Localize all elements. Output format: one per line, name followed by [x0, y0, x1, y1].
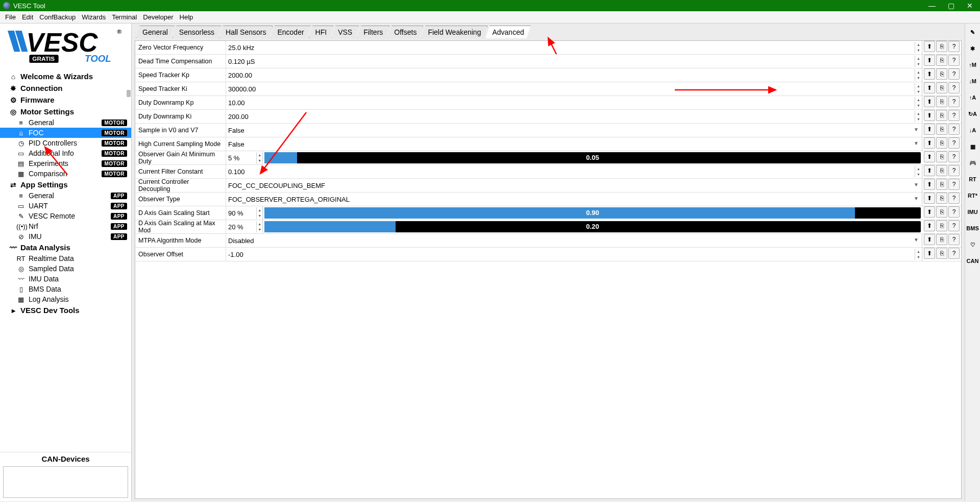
value-input[interactable]: ▲▼: [226, 96, 922, 109]
upload-icon[interactable]: ⬆: [924, 151, 935, 162]
upload-icon[interactable]: ⬆: [924, 68, 935, 80]
item-experiments[interactable]: ▤ExperimentsMOTOR: [0, 158, 131, 169]
rtool-a[interactable]: ↻A: [967, 108, 978, 119]
value-select[interactable]: FOC_CC_DECOUPLING_BEMF▼: [226, 179, 922, 192]
rtool-imu[interactable]: IMU: [967, 206, 978, 218]
menu-developer[interactable]: Developer: [143, 13, 173, 21]
rtool-[interactable]: ✎: [967, 27, 978, 38]
upload-icon[interactable]: ⬆: [924, 165, 935, 176]
tab-filters[interactable]: Filters: [357, 26, 389, 38]
tab-field-weakening[interactable]: Field Weakening: [421, 26, 487, 38]
read-icon[interactable]: ⎘: [936, 55, 947, 66]
menu-confbackup[interactable]: ConfBackup: [39, 13, 76, 21]
slider[interactable]: 0.90: [264, 207, 921, 219]
item-uart[interactable]: ▭UARTAPP: [0, 201, 131, 211]
help-icon[interactable]: ?: [948, 124, 960, 135]
spinbox[interactable]: ▲▼: [915, 56, 922, 67]
help-icon[interactable]: ?: [948, 96, 960, 107]
spinbox[interactable]: ▲▼: [915, 42, 922, 53]
read-icon[interactable]: ⎘: [936, 248, 947, 259]
help-icon[interactable]: ?: [948, 248, 960, 259]
read-icon[interactable]: ⎘: [936, 41, 947, 52]
tab-hall-sensors[interactable]: Hall Sensors: [219, 26, 273, 38]
read-icon[interactable]: ⎘: [936, 96, 947, 107]
maximize-button[interactable]: ▢: [948, 2, 954, 10]
read-icon[interactable]: ⎘: [936, 137, 947, 149]
upload-icon[interactable]: ⬆: [924, 248, 935, 259]
value-select[interactable]: False▼: [226, 124, 922, 137]
item-bms-data[interactable]: ▯BMS Data: [0, 284, 131, 294]
rtool-rt[interactable]: RT: [967, 174, 978, 185]
help-icon[interactable]: ?: [948, 151, 960, 162]
spinbox[interactable]: ▲▼: [915, 97, 922, 108]
value-input[interactable]: ▲▼: [226, 41, 922, 54]
tab-vss[interactable]: VSS: [331, 26, 359, 38]
menu-file[interactable]: File: [5, 13, 16, 21]
tab-general[interactable]: General: [136, 26, 175, 38]
spinbox[interactable]: ▲▼: [915, 69, 922, 81]
read-icon[interactable]: ⎘: [936, 124, 947, 135]
item-foc[interactable]: ⩍FOCMOTOR: [0, 128, 131, 138]
upload-icon[interactable]: ⬆: [924, 220, 935, 231]
menu-terminal[interactable]: Terminal: [112, 13, 137, 21]
spinbox[interactable]: ▲▼: [915, 249, 922, 260]
help-icon[interactable]: ?: [948, 41, 960, 52]
upload-icon[interactable]: ⬆: [924, 179, 935, 190]
rtool-rt[interactable]: RT*: [967, 190, 978, 201]
item-sampled-data[interactable]: ◎Sampled Data: [0, 264, 131, 274]
menu-edit[interactable]: Edit: [22, 13, 33, 21]
help-icon[interactable]: ?: [948, 179, 960, 190]
upload-icon[interactable]: ⬆: [924, 110, 935, 121]
read-icon[interactable]: ⎘: [936, 193, 947, 204]
rtool-can[interactable]: CAN: [967, 255, 978, 267]
help-icon[interactable]: ?: [948, 193, 960, 204]
item-vesc-remote[interactable]: ✎VESC RemoteAPP: [0, 211, 131, 221]
value-input[interactable]: ▲▼: [226, 55, 922, 68]
value-input[interactable]: ▲▼: [226, 68, 922, 82]
value-input[interactable]: ▲▼: [226, 151, 263, 164]
value-input[interactable]: ▲▼: [226, 165, 922, 178]
slider[interactable]: 0.05: [264, 152, 921, 163]
read-icon[interactable]: ⎘: [936, 220, 947, 231]
read-icon[interactable]: ⎘: [936, 110, 947, 121]
rtool-[interactable]: 🎮: [967, 157, 978, 169]
spinbox[interactable]: ▲▼: [915, 166, 922, 177]
tab-offsets[interactable]: Offsets: [387, 26, 423, 38]
spinbox[interactable]: ▲▼: [256, 207, 262, 219]
read-icon[interactable]: ⎘: [936, 68, 947, 80]
upload-icon[interactable]: ⬆: [924, 96, 935, 107]
spinbox[interactable]: ▲▼: [915, 111, 922, 122]
read-icon[interactable]: ⎘: [936, 165, 947, 176]
spinbox[interactable]: ▲▼: [256, 152, 262, 163]
item-nrf[interactable]: ((•))NrfAPP: [0, 221, 131, 231]
read-icon[interactable]: ⎘: [936, 179, 947, 190]
help-icon[interactable]: ?: [948, 110, 960, 121]
close-button[interactable]: ✕: [967, 2, 973, 10]
read-icon[interactable]: ⎘: [936, 234, 947, 245]
value-input[interactable]: ▲▼: [226, 82, 922, 95]
item-imu[interactable]: ⊘IMUAPP: [0, 231, 131, 242]
menu-help[interactable]: Help: [180, 13, 193, 21]
help-icon[interactable]: ?: [948, 55, 960, 66]
value-input[interactable]: ▲▼: [226, 220, 263, 233]
slider[interactable]: 0.20: [264, 221, 921, 232]
read-icon[interactable]: ⎘: [936, 151, 947, 162]
item-realtime-data[interactable]: RTRealtime Data: [0, 253, 131, 264]
value-input[interactable]: ▲▼: [226, 248, 922, 261]
item-imu-data[interactable]: 〰IMU Data: [0, 274, 131, 284]
value-select[interactable]: Disabled▼: [226, 234, 922, 247]
read-icon[interactable]: ⎘: [936, 206, 947, 218]
upload-icon[interactable]: ⬆: [924, 41, 935, 52]
cat-firmware[interactable]: ⚙Firmware: [0, 94, 131, 106]
upload-icon[interactable]: ⬆: [924, 124, 935, 135]
rtool-[interactable]: ▦: [967, 141, 978, 152]
tab-hfi[interactable]: HFI: [309, 26, 334, 38]
rtool-a[interactable]: ↓A: [967, 125, 978, 136]
cat-vesc-dev-tools[interactable]: ▸VESC Dev Tools: [0, 304, 131, 316]
rtool-[interactable]: ♡: [967, 239, 978, 250]
help-icon[interactable]: ?: [948, 220, 960, 231]
tab-sensorless[interactable]: Sensorless: [173, 26, 221, 38]
help-icon[interactable]: ?: [948, 234, 960, 245]
tab-encoder[interactable]: Encoder: [271, 26, 310, 38]
help-icon[interactable]: ?: [948, 165, 960, 176]
